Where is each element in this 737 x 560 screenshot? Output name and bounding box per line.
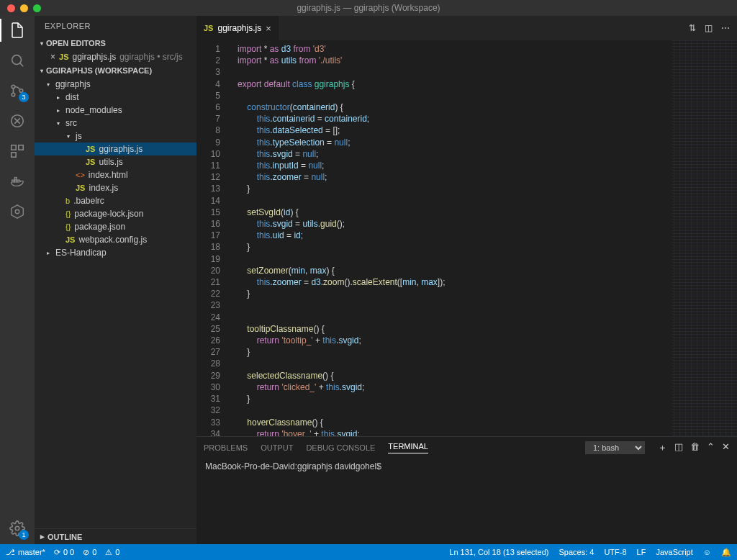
tree-item-label: node_modules <box>65 105 122 115</box>
open-editors-header[interactable]: ▾OPEN EDITORS <box>35 36 196 50</box>
editor-area: JS ggiraphjs.js × ⇅ ◫ ⋯ 1234567891011121… <box>196 16 737 544</box>
workspace-header[interactable]: ▾GGIRAPHJS (WORKSPACE) <box>35 63 196 78</box>
maximize-panel-icon[interactable]: ⌃ <box>707 441 715 454</box>
chevron-icon: ▾ <box>45 81 52 88</box>
git-sync[interactable]: ⟳ 0 0 <box>54 548 74 557</box>
editor-tabs: JS ggiraphjs.js × ⇅ ◫ ⋯ <box>196 16 737 40</box>
svg-point-1 <box>12 85 15 89</box>
html-file-icon: <> <box>76 171 85 179</box>
json-file-icon: {} <box>65 222 71 231</box>
svg-point-13 <box>15 209 19 214</box>
docker-icon[interactable] <box>9 173 26 190</box>
tree-item-label: dist <box>65 92 79 102</box>
extensions-icon[interactable] <box>9 143 26 160</box>
git-branch[interactable]: ⎇ master* <box>6 548 45 557</box>
activity-bar: 3 1 <box>0 16 35 544</box>
file-item[interactable]: JSutils.js <box>35 155 196 168</box>
chevron-icon: ▾ <box>65 133 72 140</box>
explorer-icon[interactable] <box>9 22 26 39</box>
panel-tab-debug[interactable]: DEBUG CONSOLE <box>306 443 375 452</box>
debug-icon[interactable] <box>9 112 26 130</box>
js-file-icon: JS <box>76 184 85 192</box>
js-file-icon: JS <box>86 145 95 153</box>
titlebar: ggiraphjs.js — ggiraphjs (Workspace) <box>0 0 737 16</box>
panel-tab-output[interactable]: OUTPUT <box>261 443 293 452</box>
eol[interactable]: LF <box>637 548 646 557</box>
new-terminal-icon[interactable]: ＋ <box>658 441 667 454</box>
line-numbers: 1234567891011121314151617181920212223242… <box>196 40 229 436</box>
terminal-body[interactable]: MacBook-Pro-de-David:ggiraphjs davidgohe… <box>196 459 737 474</box>
split-terminal-icon[interactable]: ◫ <box>674 441 683 454</box>
sidebar: EXPLORER ▾OPEN EDITORS × JS ggiraphjs.js… <box>35 16 196 544</box>
editor-tab-active[interactable]: JS ggiraphjs.js × <box>196 16 279 40</box>
folder-item[interactable]: ▾src <box>35 117 196 130</box>
panel-tab-terminal[interactable]: TERMINAL <box>388 442 428 453</box>
window-controls[interactable] <box>7 4 41 12</box>
close-panel-icon[interactable]: ✕ <box>722 441 730 454</box>
warnings-count[interactable]: ⚠ 0 <box>105 548 119 557</box>
tree-item-label: index.js <box>89 183 118 193</box>
file-item[interactable]: {}package.json <box>35 220 196 233</box>
minimize-window-icon[interactable] <box>20 4 28 12</box>
settings-icon[interactable]: 1 <box>9 520 26 537</box>
more-icon[interactable]: ⋯ <box>721 23 730 33</box>
encoding[interactable]: UTF-8 <box>604 548 626 557</box>
folder-item[interactable]: ▸node_modules <box>35 104 196 117</box>
svg-rect-8 <box>12 180 14 182</box>
terminal-selector[interactable]: 1: bash <box>585 441 645 454</box>
maximize-window-icon[interactable] <box>33 4 41 12</box>
file-item[interactable]: <>index.html <box>35 168 196 181</box>
kill-terminal-icon[interactable]: 🗑 <box>690 441 700 454</box>
tree-item-label: utils.js <box>99 157 122 167</box>
babel-file-icon: b <box>65 197 70 205</box>
errors-count[interactable]: ⊘ 0 <box>83 548 96 557</box>
tree-item-label: package-lock.json <box>74 209 143 219</box>
scm-badge: 3 <box>19 92 29 102</box>
close-window-icon[interactable] <box>7 4 15 12</box>
chevron-icon: ▸ <box>55 94 62 101</box>
minimap[interactable] <box>672 40 737 436</box>
open-editor-item[interactable]: × JS ggiraphjs.js ggiraphjs • src/js <box>35 50 196 63</box>
cursor-position[interactable]: Ln 131, Col 18 (13 selected) <box>449 548 548 557</box>
chevron-icon: ▸ <box>45 250 52 256</box>
js-file-icon: JS <box>65 235 75 244</box>
bottom-panel: PROBLEMS OUTPUT DEBUG CONSOLE TERMINAL 1… <box>196 436 737 544</box>
close-icon[interactable]: × <box>266 23 271 34</box>
search-icon[interactable] <box>9 52 26 69</box>
tree-item-label: ggiraphjs.js <box>99 144 143 154</box>
source-control-icon[interactable]: 3 <box>9 82 26 99</box>
svg-marker-12 <box>12 205 24 218</box>
close-icon[interactable]: × <box>50 52 55 62</box>
file-item[interactable]: b.babelrc <box>35 194 196 207</box>
tree-item-label: index.html <box>89 170 128 180</box>
panel-tabs: PROBLEMS OUTPUT DEBUG CONSOLE TERMINAL 1… <box>196 437 737 459</box>
settings-badge: 1 <box>19 530 29 540</box>
folder-item[interactable]: ▸ES-Handicap <box>35 246 196 259</box>
tree-item-label: package.json <box>74 222 125 232</box>
indentation[interactable]: Spaces: 4 <box>559 548 594 557</box>
file-item[interactable]: {}package-lock.json <box>35 207 196 220</box>
split-editor-icon[interactable]: ◫ <box>705 23 713 33</box>
compare-icon[interactable]: ⇅ <box>689 23 696 33</box>
folder-item[interactable]: ▾ggiraphjs <box>35 78 196 91</box>
file-tree: ▾ggiraphjs▸dist▸node_modules▾src▾jsJSggi… <box>35 78 196 528</box>
panel-tab-problems[interactable]: PROBLEMS <box>204 443 248 452</box>
folder-item[interactable]: ▾js <box>35 130 196 143</box>
file-item[interactable]: JSindex.js <box>35 181 196 194</box>
kubernetes-icon[interactable] <box>9 203 26 220</box>
folder-item[interactable]: ▸dist <box>35 91 196 104</box>
outline-header[interactable]: ▸OUTLINE <box>35 528 196 544</box>
tree-item-label: .babelrc <box>73 196 104 206</box>
notifications-icon[interactable]: 🔔 <box>721 548 731 557</box>
svg-point-2 <box>12 93 15 96</box>
svg-rect-9 <box>14 180 17 182</box>
file-item[interactable]: JSwebpack.config.js <box>35 233 196 246</box>
svg-rect-11 <box>14 178 17 180</box>
window-title: ggiraphjs.js — ggiraphjs (Workspace) <box>297 3 440 13</box>
code-content[interactable]: import * as d3 from 'd3'import * as util… <box>229 40 672 436</box>
file-item[interactable]: JSggiraphjs.js <box>35 143 196 155</box>
language-mode[interactable]: JavaScript <box>656 548 692 557</box>
tree-item-label: ES-Handicap <box>55 248 107 258</box>
feedback-icon[interactable]: ☺ <box>703 548 711 557</box>
editor-body[interactable]: 1234567891011121314151617181920212223242… <box>196 40 737 436</box>
